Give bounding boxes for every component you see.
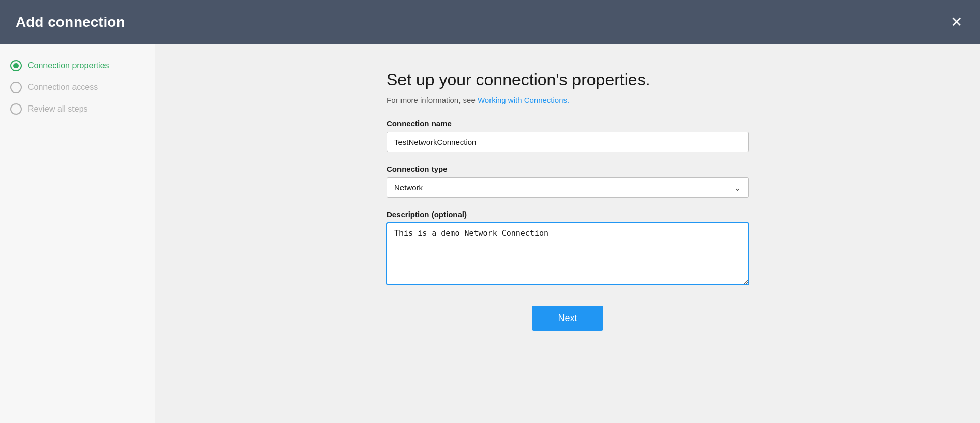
sidebar-label-review-all-steps: Review all steps — [28, 104, 88, 114]
step-circle-connection-properties — [10, 60, 22, 71]
connection-type-field-group: Connection type Network Database File AP… — [387, 164, 749, 198]
connection-type-select-wrapper: Network Database File API ⌄ — [387, 177, 749, 198]
modal-title: Add connection — [16, 14, 125, 31]
sidebar-label-connection-properties: Connection properties — [28, 61, 109, 70]
sidebar: Connection properties Connection access … — [0, 44, 155, 423]
sidebar-label-connection-access: Connection access — [28, 83, 98, 92]
sidebar-item-connection-access[interactable]: Connection access — [10, 82, 144, 93]
sidebar-item-connection-properties[interactable]: Connection properties — [10, 60, 144, 71]
add-connection-modal: Add connection ✕ Connection properties C… — [0, 0, 980, 423]
connection-name-input[interactable] — [387, 132, 749, 152]
connection-type-select[interactable]: Network Database File API — [387, 177, 749, 198]
step-circle-review-all-steps — [10, 103, 22, 115]
description-text-before: For more information, see — [387, 96, 478, 104]
description-label: Description (optional) — [387, 210, 749, 219]
next-button[interactable]: Next — [532, 306, 603, 331]
section-title: Set up your connection's properties. — [387, 70, 749, 89]
footer-actions: Next — [387, 306, 749, 341]
sidebar-item-review-all-steps[interactable]: Review all steps — [10, 103, 144, 115]
section-description: For more information, see Working with C… — [387, 96, 749, 104]
connection-name-label: Connection name — [387, 119, 749, 128]
content-inner: Set up your connection's properties. For… — [387, 70, 749, 341]
close-button[interactable]: ✕ — [948, 13, 964, 32]
connection-name-field-group: Connection name — [387, 119, 749, 152]
working-with-connections-link[interactable]: Working with Connections. — [478, 96, 569, 104]
main-content: Set up your connection's properties. For… — [155, 44, 980, 423]
step-circle-connection-access — [10, 82, 22, 93]
description-field-group: Description (optional) This is a demo Ne… — [387, 210, 749, 287]
connection-type-label: Connection type — [387, 164, 749, 173]
description-textarea[interactable]: This is a demo Network Connection — [387, 223, 749, 285]
modal-body: Connection properties Connection access … — [0, 44, 980, 423]
modal-header: Add connection ✕ — [0, 0, 980, 44]
